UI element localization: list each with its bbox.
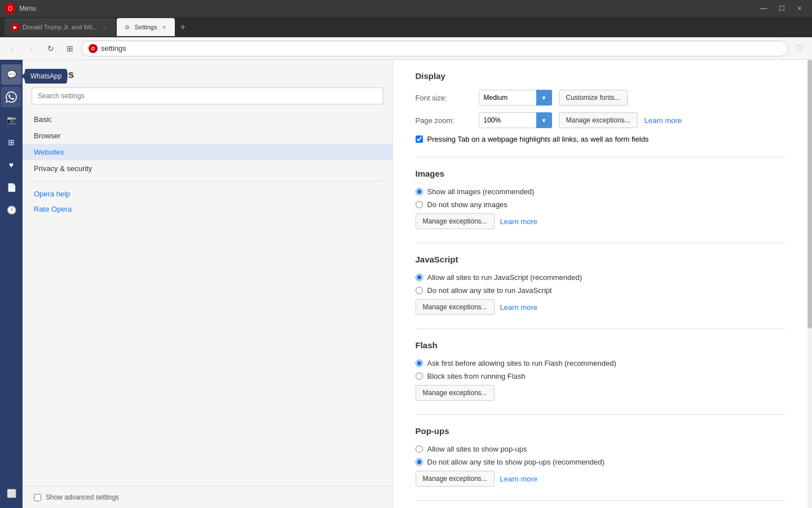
navbar: ‹ › ↻ ⊞ O settings ♡ [0,37,812,60]
tab-close-settings[interactable]: × [160,23,168,31]
menu-label[interactable]: Menu [19,5,36,12]
images-manage-exceptions-button[interactable]: Manage exceptions... [416,213,495,229]
popups-manage-exceptions-button[interactable]: Manage exceptions... [416,471,495,487]
opera-help-link[interactable]: Opera help [23,186,392,202]
address-bar[interactable]: O settings [81,41,788,56]
whatsapp-tooltip: WhatsApp [25,69,67,84]
display-section-title: Display [416,71,785,81]
flash-manage-exceptions-button[interactable]: Manage exceptions... [416,385,495,401]
close-button[interactable]: × [792,3,807,14]
sidebar-icon-heart[interactable]: ♥ [1,155,21,175]
nav-item-browser[interactable]: Browser [23,128,392,144]
titlebar: O Menu — ☐ × [0,0,812,17]
nav-item-websites[interactable]: Websites [23,144,392,160]
page-zoom-select[interactable]: 75% 90% 100% 110% 125% 150% [479,112,552,128]
sidebar-icon-news[interactable]: 📄 [1,177,21,198]
popups-allow-label: Allow all sites to show pop-ups [427,445,527,453]
flash-ask-label: Ask first before allowing sites to run F… [427,359,616,367]
images-no-images-radio[interactable] [416,201,423,208]
maximize-button[interactable]: ☐ [774,3,789,14]
flash-block-radio[interactable] [416,373,423,380]
js-no-js-row[interactable]: Do not allow any site to run JavaScript [416,286,785,295]
js-radio-group: Allow all sites to run JavaScript (recom… [416,273,785,295]
minimize-button[interactable]: — [756,3,771,14]
tab-grid-button[interactable]: ⊞ [62,41,78,56]
js-action-row: Manage exceptions... Learn more [416,299,785,315]
zoom-learn-more-link[interactable]: Learn more [645,116,682,125]
images-section-title: Images [416,169,785,178]
scrollbar-thumb[interactable] [807,60,812,329]
show-advanced-checkbox[interactable] [34,494,41,501]
font-size-label: Font size: [416,94,472,102]
flash-ask-row[interactable]: Ask first before allowing sites to run F… [416,359,785,367]
new-tab-button[interactable]: + [176,20,189,34]
tab-favicon-donald: ▶ [11,23,19,31]
opera-address-icon: O [89,44,98,53]
popups-learn-more-link[interactable]: Learn more [500,475,537,483]
window-controls: — ☐ × [756,3,807,14]
tab-highlight-row: Pressing Tab on a webpage highlights all… [416,135,785,143]
bookmark-button[interactable]: ♡ [792,41,807,56]
javascript-section-title: JavaScript [416,255,785,264]
back-button[interactable]: ‹ [5,41,20,56]
reload-button[interactable]: ↻ [43,41,59,56]
sidebar-icon-screen[interactable]: ⬜ [1,483,21,503]
font-size-select[interactable]: Small Medium Large Very Large [479,90,552,106]
tab-settings[interactable]: ⚙ Settings × [117,18,175,36]
settings-title: Settings [23,60,392,87]
sidebar-icons: 💬 📷 ⊞ ♥ 📄 🕐 ⬜ [0,60,23,508]
js-no-js-radio[interactable] [416,287,423,294]
js-manage-exceptions-button[interactable]: Manage exceptions... [416,299,495,315]
popups-action-row: Manage exceptions... Learn more [416,471,785,487]
javascript-section: JavaScript Allow all sites to run JavaSc… [416,255,785,315]
flash-ask-radio[interactable] [416,360,423,367]
divider-2 [416,243,785,243]
sidebar-icon-clock[interactable]: 🕐 [1,200,21,220]
customize-fonts-button[interactable]: Customize fonts... [559,90,628,106]
popups-block-radio[interactable] [416,458,423,466]
js-learn-more-link[interactable]: Learn more [500,303,537,312]
search-settings-input[interactable] [32,87,383,104]
images-no-images-row[interactable]: Do not show any images [416,200,785,209]
settings-sidebar: Settings Basic Browser Websites Privacy … [23,60,393,508]
rate-opera-link[interactable]: Rate Opera [23,202,392,217]
sidebar-icon-grid[interactable]: ⊞ [1,132,21,152]
settings-content: Display Font size: Small Medium Large Ve… [393,60,808,508]
nav-item-basic[interactable]: Basic [23,111,392,128]
sidebar-icon-messenger[interactable]: 💬 [1,64,21,85]
divider-4 [416,414,785,415]
zoom-manage-exceptions-button[interactable]: Manage exceptions... [559,112,638,128]
flash-block-row[interactable]: Block sites from running Flash [416,372,785,380]
show-advanced-checkbox-row[interactable]: Show advanced settings [34,493,381,501]
tab-donald[interactable]: ▶ Donald Trump Jr. and Wil... × [5,18,116,36]
images-radio-group: Show all images (recommended) Do not sho… [416,187,785,209]
main-area: 💬 📷 ⊞ ♥ 📄 🕐 ⬜ WhatsApp Settings Basic Br… [0,60,812,508]
tab-title-donald: Donald Trump Jr. and Wil... [23,24,98,30]
tab-highlight-checkbox[interactable] [416,135,423,143]
tab-highlight-label: Pressing Tab on a webpage highlights all… [427,135,649,143]
forward-button[interactable]: › [24,41,39,56]
sidebar-icon-whatsapp[interactable] [1,87,21,107]
images-show-all-row[interactable]: Show all images (recommended) [416,187,785,196]
sidebar-icon-camera[interactable]: 📷 [1,110,21,130]
whatsapp-tooltip-label: WhatsApp [30,72,61,80]
page-zoom-label: Page zoom: [416,116,472,125]
popups-block-label: Do not allow any site to show pop-ups (r… [427,458,604,466]
nav-item-privacy[interactable]: Privacy & security [23,160,392,177]
popups-allow-row[interactable]: Allow all sites to show pop-ups [416,445,785,453]
images-no-images-label: Do not show any images [427,200,508,209]
flash-action-row: Manage exceptions... [416,385,785,401]
images-action-row: Manage exceptions... Learn more [416,213,785,229]
popups-block-row[interactable]: Do not allow any site to show pop-ups (r… [416,458,785,466]
images-learn-more-link[interactable]: Learn more [500,217,537,226]
scrollbar-track[interactable] [807,60,812,508]
popups-allow-radio[interactable] [416,445,423,453]
search-settings-area [32,87,383,104]
tab-close-donald[interactable]: × [101,23,109,31]
js-allow-all-row[interactable]: Allow all sites to run JavaScript (recom… [416,273,785,282]
js-allow-all-radio[interactable] [416,274,423,281]
images-show-all-radio[interactable] [416,188,423,195]
menu-area[interactable]: O Menu [5,3,36,14]
show-advanced-area: Show advanced settings [23,486,392,508]
images-show-all-label: Show all images (recommended) [427,187,535,196]
